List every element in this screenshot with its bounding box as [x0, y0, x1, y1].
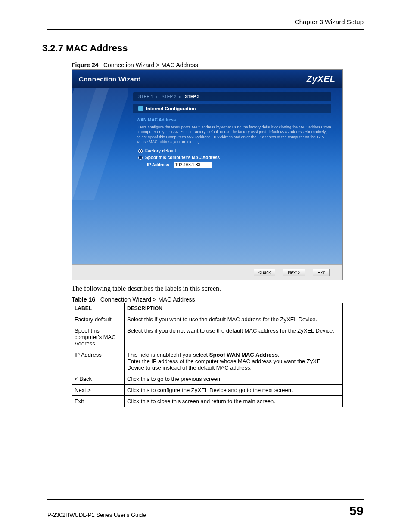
table-row: Exit Click this to close this screen and… [72, 396, 343, 407]
wizard-body: STEP 1▸ STEP 2▸ STEP 3 Internet Configur… [72, 88, 342, 264]
cell-text: . [278, 352, 280, 358]
step-sep-icon: ▸ [156, 94, 158, 99]
table-row: IP Address This field is enabled if you … [72, 349, 343, 373]
table-label: Table 16 [72, 296, 95, 303]
chapter-header: Chapter 3 Wizard Setup [47, 18, 364, 30]
table-row: Next > Click this to configure the ZyXEL… [72, 385, 343, 396]
cell-label: IP Address [72, 349, 125, 373]
cell-desc: Click this to configure the ZyXEL Device… [125, 385, 343, 396]
cell-text: Enter the IP address of the computer who… [127, 358, 323, 371]
footer-guide-title: P-2302HWUDL-P1 Series User's Guide [47, 512, 146, 518]
cell-desc: Click this to go to the previous screen. [125, 373, 343, 385]
cell-label: < Back [72, 373, 125, 385]
wizard-sidebar [72, 88, 128, 264]
step-3-label: STEP 3 [185, 94, 199, 99]
step-indicator: STEP 1▸ STEP 2▸ STEP 3 [133, 92, 331, 101]
figure-caption: Figure 24 Connection Wizard > MAC Addres… [72, 62, 364, 68]
exit-button[interactable]: Exit [313, 269, 330, 276]
folder-icon [138, 106, 143, 111]
table-caption-text: Connection Wizard > MAC Address [100, 296, 195, 303]
cell-desc: Select this if you want to use the defau… [125, 314, 343, 325]
step-2-label: STEP 2 [162, 94, 176, 99]
table-row: Spoof this computer's MAC Address Select… [72, 325, 343, 349]
wizard-title: Connection Wizard [79, 75, 141, 83]
cell-label: Factory default [72, 314, 125, 325]
cell-desc: Select this if you do not want to use th… [125, 325, 343, 349]
radio-icon[interactable] [138, 149, 143, 153]
cell-label: Exit [72, 396, 125, 407]
help-text: Users configure the WAN port's MAC addre… [137, 125, 333, 144]
table-row: < Back Click this to go to the previous … [72, 373, 343, 385]
ip-address-row: IP Address [147, 162, 337, 168]
radio-spoof-mac[interactable]: Spoof this computer's MAC Address [138, 155, 337, 160]
ip-address-input[interactable] [174, 162, 212, 168]
section-bar: Internet Configuration [133, 104, 331, 113]
brand-logo: ZyXEL [307, 74, 336, 84]
wizard-header: Connection Wizard ZyXEL [72, 70, 342, 88]
intro-paragraph: The following table describes the labels… [72, 285, 364, 292]
wizard-screenshot: Connection Wizard ZyXEL STEP 1▸ STEP 2▸ … [72, 69, 343, 280]
ip-address-label: IP Address [147, 162, 169, 167]
wizard-footer: <Back Next > Exit [72, 264, 342, 280]
section-heading: 3.2.7 MAC Address [42, 43, 364, 54]
step-1-label: STEP 1 [138, 94, 153, 99]
table-row: Factory default Select this if you want … [72, 314, 343, 325]
wizard-main: STEP 1▸ STEP 2▸ STEP 3 Internet Configur… [128, 88, 342, 264]
cell-bold: Spoof WAN MAC Address [209, 352, 278, 358]
sub-section-label: WAN MAC Address [137, 118, 337, 122]
radio-label: Spoof this computer's MAC Address [145, 155, 220, 160]
step-sep-icon: ▸ [179, 94, 181, 99]
cell-text: This field is enabled if you select [127, 352, 209, 358]
radio-factory-default[interactable]: Factory default [138, 149, 337, 153]
figure-caption-text: Connection Wizard > MAC Address [103, 62, 198, 68]
cell-label: Spoof this computer's MAC Address [72, 325, 125, 349]
table-header-label: LABEL [72, 303, 125, 314]
cell-desc: This field is enabled if you select Spoo… [125, 349, 343, 373]
page-number: 59 [349, 504, 364, 518]
description-table: LABEL DESCRIPTION Factory default Select… [72, 303, 343, 407]
table-caption: Table 16 Connection Wizard > MAC Address [72, 296, 364, 303]
page-footer: P-2302HWUDL-P1 Series User's Guide 59 [47, 499, 364, 518]
section-bar-label: Internet Configuration [146, 106, 196, 111]
cell-label: Next > [72, 385, 125, 396]
back-button[interactable]: <Back [254, 269, 275, 276]
next-button[interactable]: Next > [283, 269, 305, 276]
radio-label: Factory default [145, 149, 176, 153]
table-header-description: DESCRIPTION [125, 303, 343, 314]
figure-label: Figure 24 [72, 62, 98, 68]
radio-icon[interactable] [138, 156, 143, 160]
cell-desc: Click this to close this screen and retu… [125, 396, 343, 407]
